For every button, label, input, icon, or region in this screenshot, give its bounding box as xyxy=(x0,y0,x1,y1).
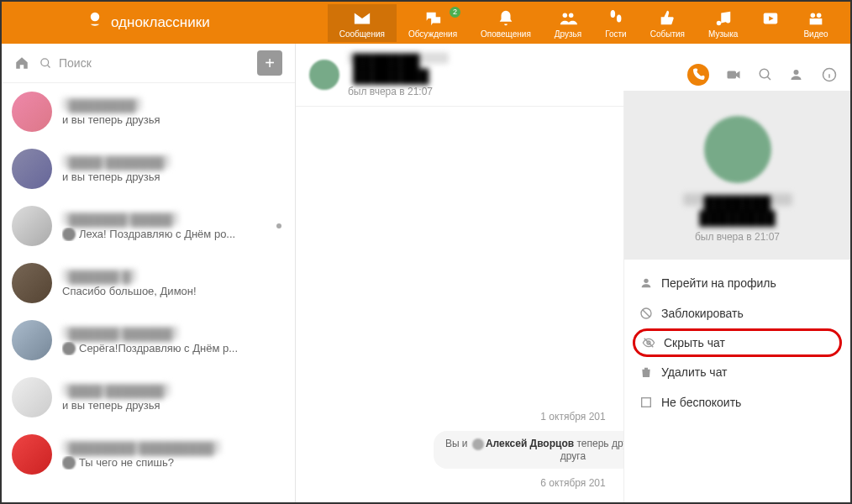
app-header: одноклассники Сообщения 2 Обсуждения Опо… xyxy=(2,2,850,44)
chat-preview: Спасибо большое, Димон! xyxy=(62,285,285,297)
avatar xyxy=(12,434,52,475)
chat-name: ███████ █████ xyxy=(62,212,179,225)
friends-icon xyxy=(559,9,577,28)
svg-rect-10 xyxy=(728,71,737,79)
sidebar-toolbar: + xyxy=(2,44,295,83)
nav-messages[interactable]: Сообщения xyxy=(328,4,397,42)
info-name: ███████ ████████ xyxy=(683,193,792,206)
thumbs-up-icon xyxy=(658,9,676,28)
search-icon xyxy=(39,57,52,70)
search-chat-icon[interactable] xyxy=(758,67,773,82)
video-camera-icon xyxy=(807,9,825,28)
nav-guests[interactable]: Гости xyxy=(593,4,638,42)
nav-discussions[interactable]: 2 Обсуждения xyxy=(397,4,469,42)
chat-item[interactable]: ██████ ██████Серёга!Поздравляю с Днём р.… xyxy=(2,312,295,369)
chat-item[interactable]: ███████ █████Леха! Поздравляю с Днём ро.… xyxy=(2,197,295,255)
chat-item[interactable]: ████████и вы теперь друзья xyxy=(2,83,295,140)
call-button[interactable] xyxy=(687,64,709,86)
action-dnd[interactable]: Не беспокоить xyxy=(624,387,850,417)
chat-preview: Серёга!Поздравляю с Днём р... xyxy=(62,342,285,355)
chat-item[interactable]: ████ ███████и вы теперь друзья xyxy=(2,140,295,197)
chat-item[interactable]: ████ ███████и вы теперь друзья xyxy=(2,369,295,426)
chat-preview: Леха! Поздравляю с Днём ро... xyxy=(62,228,285,241)
avatar xyxy=(12,377,52,417)
nav-notifications[interactable]: Оповещения xyxy=(469,4,543,42)
mini-avatar-icon xyxy=(472,438,484,450)
info-avatar[interactable] xyxy=(704,116,771,183)
svg-point-9 xyxy=(41,58,49,66)
chat-name: ████████ █████████ xyxy=(62,440,221,454)
avatar xyxy=(12,206,52,246)
add-user-icon[interactable] xyxy=(790,67,805,82)
mail-icon xyxy=(353,9,371,28)
music-icon xyxy=(714,9,733,28)
chat-title: ███████ ████████ xyxy=(348,52,449,64)
avatar xyxy=(12,149,52,189)
chat-item[interactable]: ██████ █Спасибо большое, Димон! xyxy=(2,255,295,312)
checkbox-icon xyxy=(639,396,653,409)
svg-point-6 xyxy=(811,13,816,17)
chat-actions xyxy=(687,64,837,86)
sender-avatar-icon xyxy=(62,456,76,470)
svg-point-11 xyxy=(760,69,769,78)
search-box[interactable] xyxy=(39,56,247,70)
chat-name: ██████ █ xyxy=(62,269,137,282)
search-input[interactable] xyxy=(59,56,247,70)
chat-preview: и вы теперь друзья xyxy=(62,399,285,412)
info-status: был вчера в 21:07 xyxy=(624,231,850,243)
svg-point-1 xyxy=(563,13,568,17)
svg-point-4 xyxy=(617,14,622,22)
svg-point-3 xyxy=(611,9,616,17)
unread-dot xyxy=(276,223,281,228)
chat-name: ██████ ██████ xyxy=(62,326,179,339)
sender-avatar-icon xyxy=(62,228,76,241)
info-header: ███████ ████████ был вчера в 21:07 xyxy=(624,91,850,260)
sender-avatar-icon xyxy=(62,342,76,355)
svg-point-2 xyxy=(569,13,574,17)
chat-sidebar: + ████████и вы теперь друзья ████ ██████… xyxy=(2,44,296,504)
new-chat-button[interactable]: + xyxy=(257,50,282,76)
chat-avatar[interactable] xyxy=(309,60,339,90)
chat-preview: Ты чего не спишь? xyxy=(62,456,285,470)
action-block[interactable]: Заблокировать xyxy=(624,298,850,328)
brand-text: одноклассники xyxy=(111,14,210,31)
main-nav: Сообщения 2 Обсуждения Оповещения Друзья… xyxy=(328,4,840,42)
video-call-icon[interactable] xyxy=(726,67,741,82)
play-icon xyxy=(761,9,780,28)
chat-name: ████████ xyxy=(62,97,142,111)
info-actions: Перейти на профиль Заблокировать Скрыть … xyxy=(624,260,850,426)
action-hide-chat[interactable]: Скрыть чат xyxy=(633,328,842,357)
svg-point-12 xyxy=(794,70,799,75)
svg-rect-8 xyxy=(810,18,823,24)
ok-logo-icon xyxy=(86,11,104,34)
avatar xyxy=(12,263,52,303)
svg-rect-17 xyxy=(642,398,651,407)
action-profile[interactable]: Перейти на профиль xyxy=(624,268,850,298)
footprints-icon xyxy=(607,9,625,28)
chat-preview: и вы теперь друзья xyxy=(62,113,285,126)
nav-friends[interactable]: Друзья xyxy=(543,4,593,42)
svg-point-7 xyxy=(817,13,822,17)
nav-events[interactable]: События xyxy=(639,4,697,42)
trash-icon xyxy=(639,365,653,379)
bell-icon xyxy=(497,9,515,28)
nav-video[interactable]: Видео xyxy=(792,4,839,42)
discussions-badge: 2 xyxy=(450,7,460,18)
chat-name: ████ ███████ xyxy=(62,155,171,168)
brand-logo[interactable]: одноклассники xyxy=(86,11,210,34)
nav-music[interactable]: Музыка xyxy=(697,4,749,42)
chat-name: ████ ███████ xyxy=(62,383,171,396)
block-icon xyxy=(639,307,653,320)
chat-bubbles-icon xyxy=(423,9,442,28)
avatar xyxy=(12,320,52,360)
svg-point-0 xyxy=(91,13,100,22)
person-icon xyxy=(639,276,653,290)
nav-video-play[interactable] xyxy=(749,4,792,42)
chat-area: ███████ ████████ был вчера в 21:07 1 окт… xyxy=(296,44,850,504)
chat-item[interactable]: ████████ █████████Ты чего не спишь? xyxy=(2,426,295,483)
home-icon[interactable] xyxy=(14,55,29,71)
chat-info-panel: ███████ ████████ был вчера в 21:07 Перей… xyxy=(623,91,850,504)
info-icon[interactable] xyxy=(822,67,837,82)
action-delete-chat[interactable]: Удалить чат xyxy=(624,357,850,387)
chat-list[interactable]: ████████и вы теперь друзья ████ ███████и… xyxy=(2,83,295,504)
